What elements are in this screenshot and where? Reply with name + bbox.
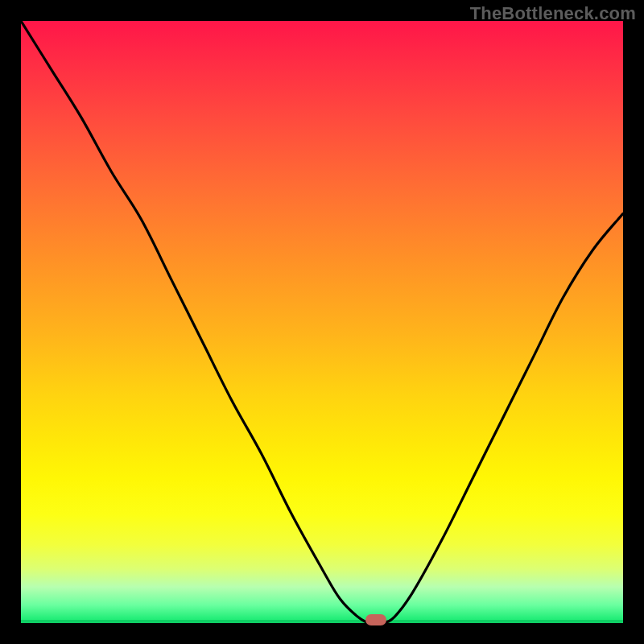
watermark-text: TheBottleneck.com	[470, 3, 636, 24]
plot-area	[21, 21, 623, 623]
optimal-marker	[365, 614, 386, 625]
chart-frame: TheBottleneck.com	[0, 0, 644, 644]
bottleneck-curve	[21, 21, 623, 623]
